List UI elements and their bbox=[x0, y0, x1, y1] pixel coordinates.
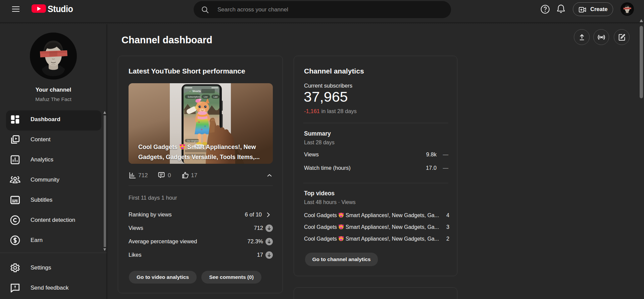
svg-text:Live: Live bbox=[204, 96, 208, 98]
svg-text:← Shorts: ← Shorts bbox=[189, 90, 201, 93]
svg-text:Last: Last bbox=[213, 96, 217, 98]
svg-text:Subscriptions: Subscriptions bbox=[188, 96, 201, 98]
